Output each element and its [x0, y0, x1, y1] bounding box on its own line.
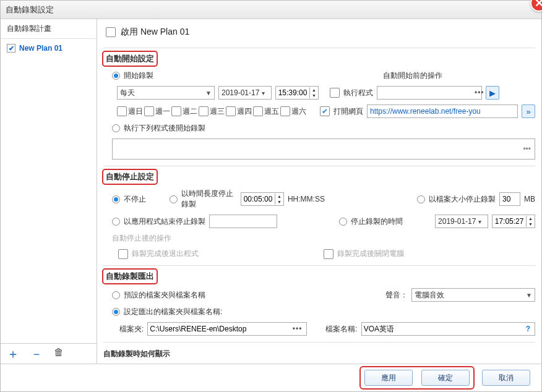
radio-stop-app-exit[interactable]: [112, 218, 120, 226]
dialog-footer: 應用 確定 取消: [1, 364, 541, 391]
stop-duration-stepper[interactable]: ▲▼: [241, 192, 284, 206]
chk-exit-after: [118, 249, 128, 259]
label-shutdown-after: 錄製完成後關閉電腦: [337, 249, 404, 259]
open-web-url-input[interactable]: [367, 104, 518, 118]
label-default-folder: 預設的檔案夾與檔案名稱: [124, 290, 205, 300]
plan-item-label: New Plan 01: [19, 44, 62, 53]
close-button[interactable]: ✕: [530, 0, 542, 12]
main-panel: 啟用 New Plan 01 自動開始設定 開始錄製 自動開始前的操作 每天 ▼…: [97, 19, 541, 364]
label-mb: MB: [524, 195, 535, 203]
start-time-input[interactable]: [276, 87, 309, 99]
label-stop-time: 停止錄製的時間: [351, 216, 403, 227]
cancel-button[interactable]: 取消: [482, 370, 530, 386]
folder-input[interactable]: [150, 323, 290, 335]
chk-shutdown-after: [324, 249, 333, 259]
enable-plan-checkbox[interactable]: [106, 27, 116, 37]
add-plan-button[interactable]: ＋: [7, 347, 19, 360]
label-hide-recorder: 隱藏音頻錄製: [462, 363, 507, 364]
stop-duration-input[interactable]: [241, 193, 275, 205]
plan-item-new-plan-01[interactable]: ✔ New Plan 01: [1, 39, 97, 58]
label-stop-size: 以檔案大小停止錄製: [429, 194, 496, 205]
stop-time-input[interactable]: [493, 215, 526, 228]
label-show-recorder: 顯示音頻錄製: [124, 363, 168, 364]
label-start-after-exec: 執行下列程式後開始錄製: [124, 123, 205, 134]
apply-button[interactable]: 應用: [364, 370, 413, 386]
window-title: 自動錄製設定: [6, 4, 54, 15]
browse-folder-button[interactable]: •••: [290, 325, 305, 333]
stop-size-input[interactable]: [499, 192, 520, 206]
titlebar: 自動錄製設定 ✕: [1, 1, 541, 19]
stop-time-stepper[interactable]: ▲▼: [492, 215, 535, 228]
start-after-exec-field[interactable]: •••: [112, 138, 535, 160]
label-minimize-recorder: 音頻錄製最小化: [274, 363, 326, 364]
label-stop-app-exit: 以應用程式結束停止錄製: [124, 216, 205, 227]
folder-field[interactable]: •••: [147, 322, 307, 336]
open-web-go-button[interactable]: »: [522, 104, 535, 118]
exec-program-input[interactable]: [379, 87, 472, 99]
radio-custom-folder[interactable]: [112, 308, 120, 316]
radio-no-stop[interactable]: [112, 195, 120, 203]
section-display-heading: 自動錄製時如何顯示: [103, 346, 535, 360]
time-down[interactable]: ▼: [310, 93, 318, 98]
browse-after-exec-button[interactable]: •••: [523, 145, 531, 153]
sidebar-header: 自動錄製計畫: [1, 19, 97, 39]
sidebar: 自動錄製計畫 ✔ New Plan 01 ＋ － 🗑: [1, 19, 97, 364]
frequency-select[interactable]: 每天 ▼: [117, 86, 215, 100]
sidebar-toolbar: ＋ － 🗑: [1, 343, 97, 364]
exec-program-field[interactable]: •••: [377, 86, 482, 100]
chk-tue[interactable]: [171, 106, 181, 116]
chk-fri[interactable]: [253, 106, 263, 116]
section-auto-stop-heading: 自動停止設定: [103, 170, 157, 184]
plan-list: ✔ New Plan 01: [1, 39, 97, 343]
sound-select[interactable]: 電腦音效 ▼: [411, 288, 535, 302]
stop-date-picker[interactable]: 2019-01-17▾: [435, 215, 488, 228]
exec-program-checkbox[interactable]: [330, 88, 340, 98]
chevron-down-icon: ▼: [205, 90, 212, 96]
time-up[interactable]: ▲: [310, 87, 318, 93]
section-export-heading: 自動錄製匯出: [103, 270, 157, 283]
browse-program-button[interactable]: •••: [472, 88, 487, 97]
label-sound: 聲音：: [385, 290, 408, 300]
delete-plan-button[interactable]: 🗑: [54, 347, 64, 360]
radio-default-folder[interactable]: [112, 291, 120, 299]
label-exec-program: 執行程式: [343, 88, 373, 98]
radio-start-after-exec[interactable]: [112, 124, 120, 132]
radio-start-recording[interactable]: [112, 72, 120, 80]
radio-stop-size[interactable]: [417, 195, 425, 203]
section-auto-start-heading: 自動開始設定: [103, 52, 157, 66]
filename-field[interactable]: ?: [361, 322, 535, 336]
label-pre-actions: 自動開始前的操作: [383, 70, 442, 81]
chk-sat[interactable]: [280, 106, 290, 116]
start-time-stepper[interactable]: ▲▼: [275, 86, 319, 100]
ok-button[interactable]: 確定: [421, 370, 470, 386]
radio-stop-duration[interactable]: [170, 195, 178, 203]
filename-input[interactable]: [364, 323, 523, 335]
start-date-picker[interactable]: 2019-01-17 ▾: [218, 86, 272, 100]
label-post-stop-header: 自動停止後的操作: [112, 233, 171, 244]
label-custom-folder: 設定匯出的檔案夾與檔案名稱:: [124, 307, 222, 317]
open-web-checkbox[interactable]: [320, 106, 330, 116]
check-icon: ✔: [7, 44, 15, 53]
label-hhmmss: HH:MM:SS: [288, 195, 325, 203]
label-no-stop: 不停止: [124, 194, 146, 205]
label-exit-after: 錄製完成後退出程式: [132, 249, 199, 259]
stop-app-name-input[interactable]: [209, 215, 277, 228]
radio-stop-time[interactable]: [339, 218, 347, 226]
chk-sun[interactable]: [117, 106, 127, 116]
label-open-web: 打開網頁: [333, 106, 363, 117]
weekday-chooser: 週日 週一 週二 週三 週四 週五 週六: [117, 106, 306, 117]
remove-plan-button[interactable]: －: [30, 347, 43, 360]
label-start-recording: 開始錄製: [124, 70, 153, 81]
chk-wed[interactable]: [199, 106, 209, 116]
label-folder: 檔案夾:: [119, 324, 144, 334]
chevron-down-icon: ▾: [262, 90, 265, 96]
chk-thu[interactable]: [226, 106, 236, 116]
exec-program-go-button[interactable]: ▶: [486, 86, 499, 100]
filename-help-button[interactable]: ?: [523, 325, 533, 333]
label-filename: 檔案名稱:: [325, 324, 357, 334]
chk-mon[interactable]: [144, 106, 154, 116]
label-stop-duration: 以時間長度停止錄製: [181, 189, 237, 210]
enable-plan-label: 啟用 New Plan 01: [121, 27, 189, 38]
